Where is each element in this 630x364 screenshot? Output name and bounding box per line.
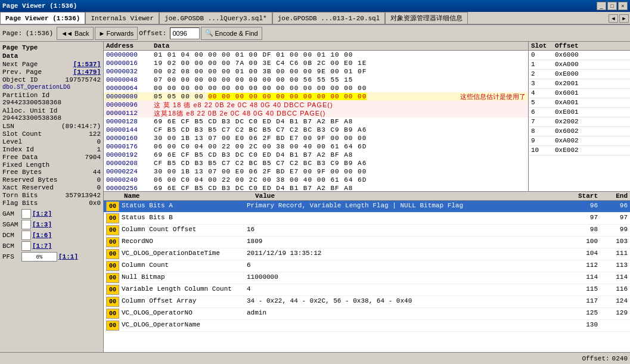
offset-col-header: Offset <box>555 42 628 49</box>
bottom-row: 00 VC_OLOG_OperationDateTime 2011/12/19 … <box>104 248 630 260</box>
field-start: 96 <box>562 201 598 211</box>
tab-scroll-right[interactable]: ► <box>619 14 629 23</box>
field-start: 115 <box>562 285 598 295</box>
slot-row: 100xE002 <box>529 146 630 155</box>
field-end <box>598 321 628 331</box>
torn-bits-label: Torn Bits <box>2 192 38 199</box>
gam-value[interactable]: [1:2] <box>32 210 52 217</box>
dcm-row: DCM [1:6] <box>2 231 101 240</box>
field-end: 99 <box>598 225 628 235</box>
hex-row: 00000128 69 6E CF B5 CD B3 DC C0 ED D4 B… <box>104 117 528 126</box>
prev-page-row: Prev. Page [1:479] <box>2 69 101 76</box>
hex-address-header: Address <box>106 42 154 49</box>
row-badge: 00 <box>106 261 119 271</box>
sgam-row: SGAM [1:3] <box>2 220 101 229</box>
field-name: Column Offset Array <box>122 297 247 307</box>
tab-internals-viewer[interactable]: Internals Viewer <box>85 12 159 24</box>
encode-find-button[interactable]: 🔍 Encode & Find <box>201 27 262 40</box>
field-value: 11000000 <box>247 273 562 283</box>
sgam-label: SGAM <box>2 221 20 228</box>
next-page-label: Next Page <box>2 61 38 68</box>
minimize-button[interactable]: _ <box>597 2 606 10</box>
field-name: Column Count Offset <box>122 225 247 235</box>
field-value: 16 <box>247 225 562 235</box>
field-name: Status Bits B <box>122 213 247 223</box>
hex-row: 00000176 06 00 C0 04 00 22 00 2C 00 38 0… <box>104 142 528 151</box>
hex-row: 00000112 这莫18德 e8 22 0B 2e 0C 48 0G 40 D… <box>104 109 528 117</box>
level-label: Level <box>2 138 22 145</box>
lsn-label: LSN <box>2 123 14 130</box>
title-bar: Page Viewer (1:536) _ □ × <box>0 0 630 12</box>
free-bytes-label: Free Bytes <box>2 169 42 176</box>
torn-bits-value: 357913942 <box>66 192 101 199</box>
alloc-unit-id-label: Alloc. Unit Id <box>2 107 101 114</box>
slot-row: 10xA000 <box>529 60 630 70</box>
hex-row: 00000240 06 00 C0 04 00 22 00 2C 00 38 0… <box>104 176 528 184</box>
chinese-comment: 这些信息估计是使用了 <box>460 92 526 101</box>
dcm-value[interactable]: [1:6] <box>32 232 52 239</box>
forwards-button[interactable]: ► Forwards <box>95 27 138 40</box>
hex-content[interactable]: 00000000 01 01 04 00 00 00 01 00 DF 01 0… <box>104 51 528 191</box>
gam-section: GAM [1:2] SGAM [1:3] DCM [1:6] <box>2 209 101 262</box>
maximize-button[interactable]: □ <box>607 2 617 10</box>
tab-joe-gposdb-1[interactable]: joe.GPOSDB ...lQuery3.sql* <box>159 12 272 24</box>
pfs-row: PFS 0% [1:1] <box>2 252 101 262</box>
gam-row: GAM [1:2] <box>2 209 101 219</box>
bottom-panel: Name Value Start End 00 Status Bits A Pr… <box>104 191 630 352</box>
xact-reserved-value: 0 <box>97 184 101 191</box>
forwards-icon: ► <box>99 30 105 37</box>
slot-row: 60xE001 <box>529 108 630 117</box>
page-type-section: Page Type Data <box>2 44 101 60</box>
field-value <box>247 213 562 223</box>
slot-content[interactable]: 00x6000 10xA000 20xE000 30x2001 40x6001 … <box>529 51 630 191</box>
tab-object-browser[interactable]: 对象资源管理器详细信息 <box>385 12 468 24</box>
bottom-content[interactable]: 00 Status Bits A Primary Record, Variabl… <box>104 201 630 352</box>
pfs-value[interactable]: [1:1] <box>58 253 78 260</box>
slot-row: 20xE000 <box>529 70 630 79</box>
field-value: admin <box>247 309 562 319</box>
back-button[interactable]: ◄ ◄ Back <box>57 27 93 40</box>
slot-row: 40x6001 <box>529 89 630 98</box>
bcm-label: BCM <box>2 242 20 250</box>
flag-bits-label: Flag Bits <box>2 200 38 207</box>
index-id-row: Index Id 1 <box>2 146 101 153</box>
field-end: 103 <box>598 237 628 247</box>
prev-page-value[interactable]: [1:479] <box>73 69 101 76</box>
pfs-label: PFS <box>2 253 20 260</box>
hex-row: 00000000 01 01 04 00 00 00 01 00 DF 01 0… <box>104 51 528 59</box>
offset-input[interactable] <box>170 27 200 39</box>
offset-status-label: Offset: <box>582 355 609 362</box>
close-button[interactable]: × <box>618 2 628 10</box>
row-badge: 00 <box>106 249 119 259</box>
partition-id-value: 294423300538368 <box>2 99 101 106</box>
dcm-checkbox[interactable] <box>21 231 31 240</box>
bcm-checkbox[interactable] <box>21 241 31 251</box>
sgam-checkbox[interactable] <box>21 220 31 229</box>
gam-checkbox[interactable] <box>21 209 31 219</box>
tab-scroll-left[interactable]: ◄ <box>609 14 618 23</box>
hex-row: 00000080 05 05 00 00 00 00 00 00 00 00 0… <box>104 92 528 101</box>
field-start: 97 <box>562 213 598 223</box>
hex-row: 00000096 这 莫 18 德 e8 22 0B 2e 0C 48 0G 4… <box>104 101 528 109</box>
next-page-value[interactable]: [1:537] <box>73 61 101 68</box>
alloc-unit-id-value: 294423300538368 <box>2 114 101 122</box>
bottom-row: 00 Column Count Offset 16 98 99 <box>104 225 630 237</box>
row-badge: 00 <box>106 225 119 235</box>
row-badge: 00 <box>106 201 119 211</box>
prev-page-label: Prev. Page <box>2 69 42 76</box>
slot-row: 80x6002 <box>529 127 630 136</box>
level-row: Level 0 <box>2 138 101 145</box>
offset-label: Offset: <box>139 30 166 37</box>
index-id-label: Index Id <box>2 146 34 153</box>
object-name: dbo.ST_OperationLDG <box>2 84 101 91</box>
bcm-value[interactable]: [1:7] <box>32 242 52 250</box>
status-bar: Offset: 0240 <box>0 352 630 364</box>
sgam-value[interactable]: [1:3] <box>32 221 52 228</box>
left-panel: Page Type Data Next Page [1:537] Prev. P… <box>0 42 104 352</box>
tab-page-viewer[interactable]: Page Viewer (1:536) <box>0 12 85 24</box>
free-bytes-row: Free Bytes 44 <box>2 169 101 176</box>
field-value: 6 <box>247 261 562 271</box>
row-badge: 00 <box>106 273 119 283</box>
field-value: 34 - 0x22, 44 - 0x2C, 56 - 0x38, 64 - 0x… <box>247 297 562 307</box>
tab-joe-gposdb-2[interactable]: joe.GPOSDB ...013-1-20.sql <box>272 12 386 24</box>
